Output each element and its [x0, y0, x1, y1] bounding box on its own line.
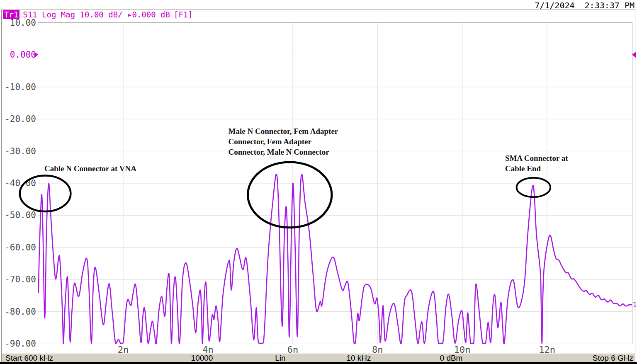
- status-start-frequency[interactable]: Start 600 kHz: [5, 354, 53, 362]
- y-axis-label: -40.00: [0, 178, 36, 188]
- status-if-bandwidth[interactable]: 10 kHz: [346, 354, 371, 362]
- status-output-power[interactable]: 0 dBm: [440, 354, 463, 362]
- y-axis-label: -80.00: [0, 307, 36, 317]
- bottom-strip: [0, 362, 637, 364]
- trace-end-marker: 1: [633, 301, 637, 309]
- y-axis-ref-label: 0.000: [0, 50, 36, 60]
- plot-canvas: [38, 23, 632, 344]
- y-axis-label: -90.00: [0, 339, 36, 349]
- trace-tr1-s11: [39, 174, 632, 343]
- y-axis-label: -70.00: [0, 274, 36, 284]
- trace1-settings[interactable]: S11 Log Mag 10.00 dB/: [23, 10, 127, 19]
- status-sweep-points[interactable]: 10000: [191, 354, 213, 362]
- trace-header: Tr1 S11 Log Mag 10.00 dB/ ▸ 0.000 dB [F1…: [3, 10, 193, 19]
- plot-area[interactable]: [38, 22, 632, 344]
- status-stop-frequency[interactable]: Stop 6 GHz: [593, 354, 633, 362]
- y-axis-label: -50.00: [0, 210, 36, 220]
- status-bar: Start 600 kHz 10000 Lin 10 kHz 0 dBm Sto…: [2, 353, 635, 362]
- ref-level-arrow-left-icon: [34, 52, 38, 58]
- y-axis-label: 10.00: [0, 18, 36, 28]
- clock: 7/1/2024 2:33:37 PM: [535, 0, 635, 10]
- trace1-channel: [F1]: [174, 10, 193, 19]
- ref-level-arrow-right-icon: [632, 52, 636, 58]
- trace1-badge[interactable]: Tr1: [3, 10, 19, 19]
- trace1-ref-value[interactable]: 0.000 dB: [132, 10, 170, 19]
- status-sweep-type[interactable]: Lin: [275, 354, 285, 362]
- y-axis-label: -20.00: [0, 114, 36, 124]
- y-axis-label: -30.00: [0, 146, 36, 156]
- y-axis-label: -60.00: [0, 243, 36, 252]
- ref-level-marker-icon: ▸: [127, 10, 132, 19]
- vna-app-window: 7/1/2024 2:33:37 PM Tr1 S11 Log Mag 10.0…: [0, 0, 637, 364]
- y-axis-label: -10.00: [0, 82, 36, 92]
